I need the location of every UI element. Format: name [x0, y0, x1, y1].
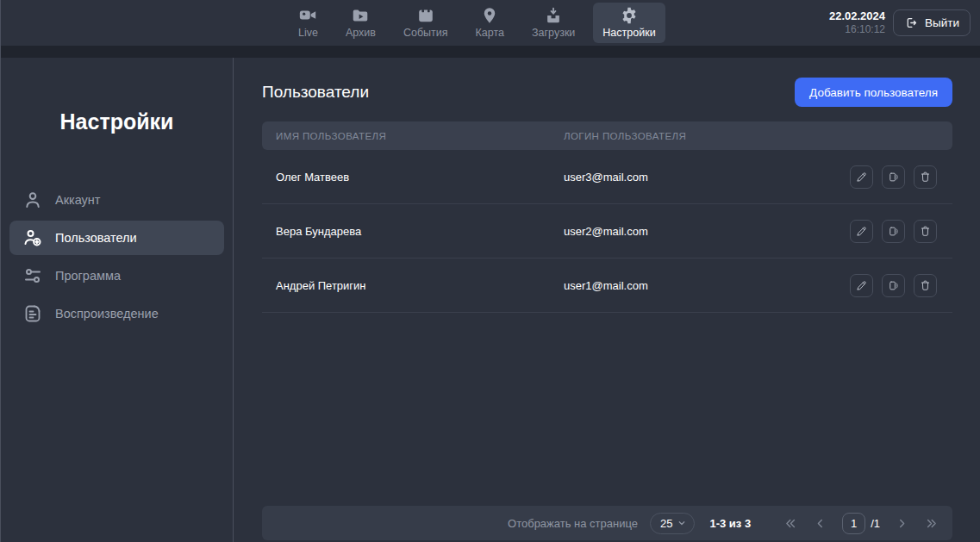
- nav-label: Архив: [346, 27, 376, 39]
- total-pages-label: /1: [871, 517, 880, 530]
- table-row: Олег Матвеев user3@mail.com: [262, 150, 952, 204]
- sidebar-item-label: Воспроизведение: [55, 307, 159, 321]
- nav-label: Загрузки: [532, 27, 575, 39]
- prev-page-button[interactable]: [813, 516, 827, 531]
- nav-label: Настройки: [602, 27, 655, 39]
- video-camera-icon: [298, 6, 317, 25]
- trash-icon: [919, 171, 932, 184]
- double-chevron-right-icon: [924, 516, 939, 531]
- chevron-right-icon: [895, 516, 909, 531]
- copy-user-button[interactable]: [882, 274, 905, 297]
- add-user-button[interactable]: Добавить пользователя: [795, 78, 952, 107]
- trash-icon: [919, 225, 932, 238]
- trash-icon: [919, 279, 932, 292]
- user-name: Андрей Петригин: [262, 279, 564, 292]
- pagination-bar: Отображать на странице 25 1-3 из 3 1 /1: [262, 506, 952, 540]
- nav-label: Карта: [476, 27, 504, 39]
- copy-user-button[interactable]: [882, 220, 905, 243]
- settings-sidebar: Настройки Аккаунт Пользователи Программа…: [1, 58, 234, 542]
- nav-label: Live: [298, 27, 318, 39]
- edit-icon: [855, 171, 868, 184]
- column-header-name: ИМЯ ПОЛЬЗОВАТЕЛЯ: [262, 131, 564, 141]
- logout-label: Выйти: [925, 16, 959, 29]
- page-title: Пользователи: [262, 83, 369, 102]
- delete-user-button[interactable]: [914, 220, 937, 243]
- column-header-login: ЛОГИН ПОЛЬЗОВАТЕЛЯ: [564, 131, 952, 141]
- playback-document-icon: [22, 303, 43, 324]
- chevron-left-icon: [813, 516, 827, 531]
- datetime: 22.02.2024 16:10:12: [829, 9, 885, 36]
- gear-icon: [620, 6, 639, 25]
- table-row: Вера Бундарева user2@mail.com: [262, 204, 952, 259]
- copy-icon: [887, 171, 900, 184]
- next-page-button[interactable]: [895, 516, 909, 531]
- edit-icon: [855, 279, 868, 292]
- user-login: user2@mail.com: [564, 225, 850, 238]
- topbar-divider-strip: [1, 46, 980, 58]
- nav-item-map[interactable]: Карта: [466, 3, 514, 43]
- table-header: ИМЯ ПОЛЬЗОВАТЕЛЯ ЛОГИН ПОЛЬЗОВАТЕЛЯ: [262, 121, 952, 150]
- sidebar-item-label: Программа: [55, 269, 121, 283]
- sidebar-title: Настройки: [1, 109, 233, 134]
- nav-item-live[interactable]: Live: [289, 3, 328, 43]
- topbar-right: 22.02.2024 16:10:12 Выйти: [829, 9, 980, 36]
- copy-user-button[interactable]: [882, 165, 905, 189]
- account-person-icon: [22, 190, 43, 210]
- current-page-box[interactable]: 1: [842, 513, 865, 534]
- copy-icon: [887, 225, 900, 238]
- sidebar-item-label: Пользователи: [55, 231, 137, 245]
- delete-user-button[interactable]: [914, 165, 937, 189]
- nav-item-events[interactable]: События: [394, 3, 458, 43]
- main-content: Пользователи Добавить пользователя ИМЯ П…: [234, 58, 980, 542]
- delete-user-button[interactable]: [914, 274, 937, 297]
- first-page-button[interactable]: [783, 516, 798, 531]
- row-actions: [850, 220, 952, 243]
- download-icon: [544, 6, 563, 25]
- logout-button[interactable]: Выйти: [893, 9, 971, 36]
- sidebar-item-program[interactable]: Программа: [9, 259, 224, 293]
- sidebar-menu: Аккаунт Пользователи Программа Воспроизв…: [1, 183, 233, 331]
- row-actions: [850, 165, 952, 189]
- sidebar-item-label: Аккаунт: [55, 193, 100, 207]
- edit-user-button[interactable]: [850, 220, 873, 243]
- app-window: Live Архив События Карта: [0, 0, 980, 542]
- user-add-icon: [22, 227, 43, 248]
- logout-icon: [904, 16, 919, 30]
- nav-label: События: [403, 27, 448, 39]
- top-bar: Live Архив События Карта: [1, 0, 980, 46]
- nav-item-downloads[interactable]: Загрузки: [522, 3, 584, 43]
- per-page-select[interactable]: 25: [650, 513, 695, 534]
- row-actions: [850, 274, 952, 297]
- user-name: Олег Матвеев: [262, 171, 564, 184]
- chevron-down-icon: [677, 518, 687, 528]
- per-page-label: Отображать на странице: [508, 517, 638, 530]
- double-chevron-left-icon: [783, 516, 798, 531]
- per-page-value: 25: [660, 517, 672, 530]
- nav-item-archive[interactable]: Архив: [336, 3, 385, 43]
- edit-user-button[interactable]: [850, 165, 873, 189]
- copy-icon: [887, 279, 900, 292]
- archive-folder-icon: [351, 6, 370, 25]
- sliders-icon: [22, 265, 43, 286]
- nav-item-settings[interactable]: Настройки: [593, 3, 665, 43]
- map-pin-icon: [480, 6, 499, 25]
- calendar-icon: [416, 6, 435, 25]
- edit-user-button[interactable]: [850, 274, 873, 297]
- main-nav: Live Архив События Карта: [289, 0, 665, 46]
- user-login: user1@mail.com: [564, 279, 850, 292]
- current-time: 16:10:12: [829, 23, 885, 36]
- last-page-button[interactable]: [924, 516, 939, 531]
- edit-icon: [855, 225, 868, 238]
- current-date: 22.02.2024: [829, 9, 885, 23]
- sidebar-item-users[interactable]: Пользователи: [9, 221, 224, 255]
- user-login: user3@mail.com: [564, 171, 850, 184]
- sidebar-item-account[interactable]: Аккаунт: [9, 183, 224, 217]
- range-label: 1-3 из 3: [709, 517, 751, 530]
- pager: 1 /1: [783, 513, 939, 534]
- user-name: Вера Бундарева: [262, 225, 564, 238]
- sidebar-item-playback[interactable]: Воспроизведение: [9, 296, 224, 331]
- table-row: Андрей Петригин user1@mail.com: [262, 259, 952, 313]
